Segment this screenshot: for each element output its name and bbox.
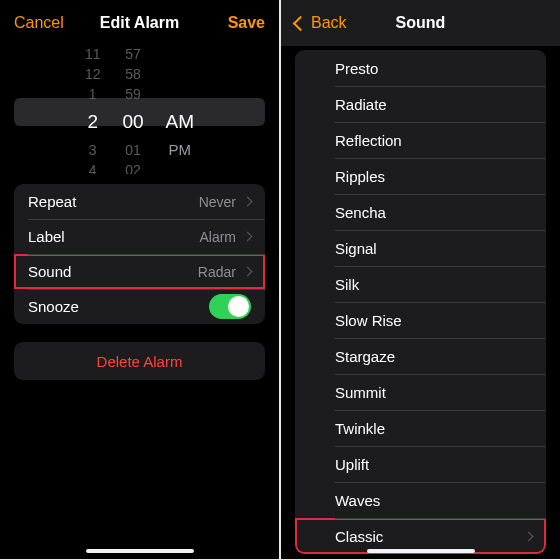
sound-label: Sound: [28, 263, 71, 280]
home-indicator[interactable]: [86, 549, 194, 553]
label-row[interactable]: Label Alarm: [14, 219, 265, 254]
page-title: Sound: [396, 14, 446, 32]
delete-group: Delete Alarm: [14, 342, 265, 380]
repeat-row[interactable]: Repeat Never: [14, 184, 265, 219]
hour-wheel[interactable]: 11 12 1 2 3 4 5: [85, 42, 101, 174]
sound-option-twinkle[interactable]: Twinkle: [295, 410, 546, 446]
cancel-button[interactable]: Cancel: [14, 0, 64, 46]
sound-option-signal[interactable]: Signal: [295, 230, 546, 266]
sound-option-sencha[interactable]: Sencha: [295, 194, 546, 230]
sound-option-silk[interactable]: Silk: [295, 266, 546, 302]
sound-value: Radar: [198, 264, 236, 280]
chevron-right-icon: [243, 267, 253, 277]
sound-option-uplift[interactable]: Uplift: [295, 446, 546, 482]
sound-option-slow-rise[interactable]: Slow Rise: [295, 302, 546, 338]
chevron-right-icon: [524, 531, 534, 541]
sound-option-reflection[interactable]: Reflection: [295, 122, 546, 158]
sound-row[interactable]: Sound Radar: [14, 254, 265, 289]
delete-alarm-button[interactable]: Delete Alarm: [14, 342, 265, 380]
snooze-label: Snooze: [28, 298, 79, 315]
screen-edit-alarm: Cancel Edit Alarm Save 11 12 1 2 3 4 5 5…: [0, 0, 279, 559]
snooze-row: Snooze: [14, 289, 265, 324]
time-picker[interactable]: 11 12 1 2 3 4 5 57 58 59 00 01 02 03 . .…: [0, 42, 279, 174]
minute-wheel[interactable]: 57 58 59 00 01 02 03: [122, 42, 143, 174]
sound-option-summit[interactable]: Summit: [295, 374, 546, 410]
alarm-options: Repeat Never Label Alarm Sound Radar Sno…: [14, 184, 265, 324]
label-label: Label: [28, 228, 65, 245]
screen-sound-picker: Back Sound PrestoRadiateReflectionRipple…: [281, 0, 560, 559]
label-value: Alarm: [199, 229, 236, 245]
home-indicator[interactable]: [367, 549, 475, 553]
nav-bar: Cancel Edit Alarm Save: [0, 0, 279, 46]
back-button[interactable]: Back: [295, 0, 347, 46]
ampm-wheel[interactable]: . . . AM PM . .: [166, 42, 195, 174]
sound-option-radiate[interactable]: Radiate: [295, 86, 546, 122]
nav-bar: Back Sound: [281, 0, 560, 46]
save-button[interactable]: Save: [228, 0, 265, 46]
sound-option-stargaze[interactable]: Stargaze: [295, 338, 546, 374]
repeat-value: Never: [199, 194, 236, 210]
sound-option-presto[interactable]: Presto: [295, 50, 546, 86]
sound-list: PrestoRadiateReflectionRipplesSenchaSign…: [295, 50, 546, 554]
snooze-toggle[interactable]: [209, 294, 251, 319]
repeat-label: Repeat: [28, 193, 76, 210]
chevron-right-icon: [243, 197, 253, 207]
page-title: Edit Alarm: [100, 14, 179, 32]
sound-option-waves[interactable]: Waves: [295, 482, 546, 518]
sound-option-ripples[interactable]: Ripples: [295, 158, 546, 194]
chevron-right-icon: [243, 232, 253, 242]
